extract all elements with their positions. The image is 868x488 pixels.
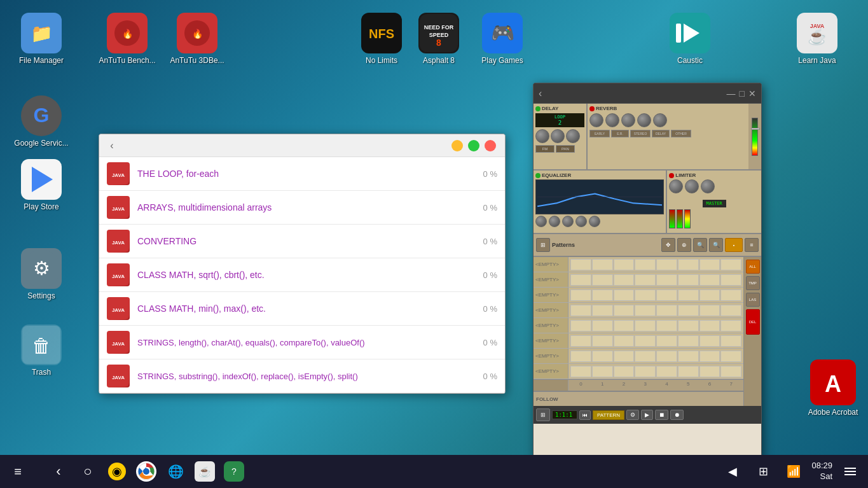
list-item[interactable]: JAVA STRINGS, length(), charAt(), equals… [99,326,505,359]
patterns-last-btn[interactable]: ≡ [745,238,759,252]
caustic-label: Caustic [677,56,703,65]
desktop-icon-no-limits[interactable]: NFS No Limits [353,13,410,65]
reverb-delay-btn[interactable]: DELAY [652,130,670,137]
list-item[interactable]: JAVA CLASS MATH, min(), max(), etc. 0 % [99,292,505,326]
desktop-icon-play-store[interactable]: Play Store [13,159,70,211]
caustic-delay-section: DELAY LOOP 2 FM PAN [534,104,588,169]
transport-record-btn[interactable]: ⏺ [670,410,684,420]
taskbar-chrome-btn[interactable] [134,459,159,484]
reverb-early-btn[interactable]: EARLY [589,130,610,137]
caustic-window-titlebar: ‹ — □ ✕ [534,83,761,104]
volume-fader [684,209,691,228]
caustic-content: DELAY LOOP 2 FM PAN [534,104,761,457]
svg-text:NFS: NFS [369,27,394,41]
transport-rewind-btn[interactable]: ⏮ [579,410,591,420]
caustic-eq-section: EQUALIZER [534,171,667,233]
reverb-other-btn[interactable]: OTHER [671,130,691,137]
taskbar-back-btn[interactable]: ‹ [46,459,71,484]
eq-knob-4 [575,216,587,227]
list-item[interactable]: JAVA THE LOOP, for-each 0 % [99,157,505,191]
java-window-nav: ‹ [106,139,118,152]
taskbar-menu-btn[interactable]: ≡ [5,459,31,484]
delay-label: DELAY [542,106,558,111]
reverb-stereo-btn[interactable]: STEREO [630,130,651,137]
transport-display: 1:1:1 [552,410,577,419]
transport-grid-btn[interactable]: ⊞ [536,408,550,421]
svg-text:JAVA: JAVA [112,240,125,246]
list-item[interactable]: JAVA CONVERTING 0 % [99,225,505,258]
transport-settings-btn[interactable]: ⚙ [626,410,639,420]
patterns-search-btn[interactable]: 🔍 [693,238,707,252]
desktop-icon-antutu-bench[interactable]: 🔥 AnTuTu Bench... [99,13,156,65]
tmp-btn[interactable]: TMP [746,276,760,290]
adobe-acrobat-icon: A [810,359,856,405]
seq-cells [570,351,741,362]
seq-cells [570,274,741,286]
trash-label: Trash [32,368,51,377]
taskbar-arrow-back-btn[interactable]: ◀ [720,459,745,484]
caustic-close-btn[interactable]: ✕ [748,88,756,99]
taskbar-wifi-btn[interactable]: 📶 [781,459,806,484]
taskbar-home-btn[interactable]: ○ [75,459,100,484]
svg-point-44 [143,468,149,475]
patterns-orange-btn[interactable]: ▪ [725,238,743,252]
reverb-knob-1 [589,113,603,127]
taskbar-unknown-btn[interactable]: ? [221,459,247,484]
caustic-fx-row: DELAY LOOP 2 FM PAN [534,104,761,171]
patterns-move-btn[interactable]: ✥ [661,238,675,252]
list-item[interactable]: JAVA ARRAYS, multidimensional arrays 0 % [99,191,505,225]
caustic-back-btn[interactable]: ‹ [539,88,542,99]
transport-play-btn[interactable]: ▶ [641,410,653,420]
java-lesson-icon: JAVA [107,331,130,354]
java-lesson-icon: JAVA [107,196,130,219]
svg-text:🗑: 🗑 [32,335,51,356]
list-item[interactable]: JAVA STRINGS, substring(), indexOf(), re… [99,359,505,393]
lasso-btn[interactable]: LAS [746,293,760,307]
reverb-er-btn[interactable]: E.R. [611,130,629,137]
java-window-minimize-btn[interactable] [451,140,463,151]
patterns-grid-btn[interactable]: ⊞ [536,238,550,252]
desktop-icon-learn-java[interactable]: JAVA☕ Learn Java [789,13,846,65]
caustic-audio-window: ‹ — □ ✕ DELAY LOOP 2 [533,83,762,458]
all-btn[interactable]: ALL [746,260,760,274]
caustic-minimize-btn[interactable]: — [727,88,736,99]
list-item-progress: 0 % [483,338,497,347]
list-item[interactable]: JAVA CLASS MATH, sqrt(), cbrt(), etc. 0 … [99,258,505,292]
limiter-knob-2 [685,179,699,193]
window-back-btn[interactable]: ‹ [106,139,118,152]
delay-pan-btn[interactable]: PAN [556,145,575,153]
taskbar-firefox-btn[interactable]: 🌐 [163,459,188,484]
desktop-icon-trash[interactable]: 🗑 Trash [13,324,70,377]
java-window-close-btn[interactable] [485,140,496,151]
transport-mode-display[interactable]: PATTERN [593,410,624,420]
transport-stop-btn[interactable]: ⏹ [655,410,668,420]
caustic-maximize-btn[interactable]: □ [740,88,745,99]
desktop-icon-google-services[interactable]: G Google Servic... [13,95,70,148]
desktop-icon-adobe-acrobat[interactable]: A Adobe Acrobat [804,359,862,417]
svg-rect-14 [676,24,681,43]
desktop-icon-asphalt-8[interactable]: NEED FORSPEED8 Asphalt 8 [410,13,467,65]
desktop-icon-caustic[interactable]: Caustic [661,13,719,65]
seq-cells [570,320,741,331]
limiter-knob-3 [701,179,715,193]
java-lesson-icon: JAVA [107,365,130,387]
reverb-knob-5 [653,113,667,127]
delete-btn[interactable]: DEL [746,309,760,335]
delay-fm-btn[interactable]: FM [535,145,555,153]
taskbar-recent-btn[interactable]: ◉ [104,459,130,484]
patterns-copy-btn[interactable]: ⊕ [677,238,691,252]
java-window-maximize-btn[interactable] [468,140,479,151]
desktop-icon-file-manager[interactable]: 📁 File Manager [13,13,70,65]
desktop-icon-play-games[interactable]: 🎮 Play Games [474,13,531,65]
seq-label: <EMPTY> [534,364,568,379]
taskbar-java-btn[interactable]: ☕ [192,459,217,484]
desktop-icon-antutu-3dbe[interactable]: 🔥 AnTuTu 3DBe... [169,13,226,65]
taskbar-grid-btn[interactable]: ⊞ [750,459,776,484]
patterns-more-btn[interactable]: 🔍 [709,238,723,252]
seq-label: <EMPTY> [534,349,568,363]
caustic-sequencer-area: <EMPTY> <EMPTY> [534,257,761,406]
svg-text:JAVA: JAVA [112,375,125,380]
taskbar-hamburger-menu[interactable] [837,459,863,484]
play-store-icon [21,159,62,200]
desktop-icon-settings[interactable]: ⚙ Settings [13,248,70,300]
